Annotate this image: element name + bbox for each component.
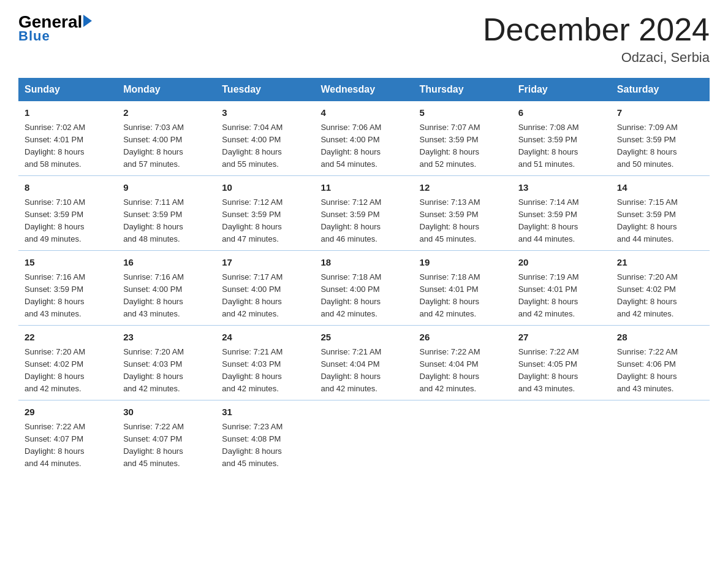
day-number: 7 — [617, 106, 703, 120]
day-number: 4 — [320, 106, 407, 120]
table-row: 4Sunrise: 7:06 AM Sunset: 4:00 PM Daylig… — [314, 101, 413, 176]
table-row: 6Sunrise: 7:08 AM Sunset: 3:59 PM Daylig… — [512, 101, 611, 176]
table-row: 30Sunrise: 7:22 AM Sunset: 4:07 PM Dayli… — [117, 400, 216, 475]
day-info: Sunrise: 7:22 AM Sunset: 4:05 PM Dayligh… — [518, 346, 605, 396]
day-info: Sunrise: 7:20 AM Sunset: 4:02 PM Dayligh… — [25, 346, 111, 396]
day-info: Sunrise: 7:19 AM Sunset: 4:01 PM Dayligh… — [518, 271, 605, 321]
table-row — [314, 400, 413, 475]
table-row: 9Sunrise: 7:11 AM Sunset: 3:59 PM Daylig… — [117, 176, 216, 251]
day-info: Sunrise: 7:15 AM Sunset: 3:59 PM Dayligh… — [617, 196, 703, 246]
title-section: December 2024 Odzaci, Serbia — [483, 12, 710, 66]
header-row: Sunday Monday Tuesday Wednesday Thursday… — [18, 78, 710, 101]
table-row: 28Sunrise: 7:22 AM Sunset: 4:06 PM Dayli… — [611, 326, 710, 400]
table-row: 20Sunrise: 7:19 AM Sunset: 4:01 PM Dayli… — [512, 251, 611, 326]
day-number: 31 — [222, 405, 308, 419]
table-row: 2Sunrise: 7:03 AM Sunset: 4:00 PM Daylig… — [117, 101, 216, 176]
logo-blue-text: Blue — [18, 28, 50, 44]
table-row: 26Sunrise: 7:22 AM Sunset: 4:04 PM Dayli… — [414, 326, 512, 400]
logo-arrow-icon — [83, 15, 92, 27]
calendar-row: 8Sunrise: 7:10 AM Sunset: 3:59 PM Daylig… — [18, 176, 710, 251]
table-row: 13Sunrise: 7:14 AM Sunset: 3:59 PM Dayli… — [512, 176, 611, 251]
day-number: 28 — [617, 331, 703, 345]
day-info: Sunrise: 7:17 AM Sunset: 4:00 PM Dayligh… — [222, 271, 308, 321]
table-row: 12Sunrise: 7:13 AM Sunset: 3:59 PM Dayli… — [414, 176, 512, 251]
calendar-row: 15Sunrise: 7:16 AM Sunset: 3:59 PM Dayli… — [18, 251, 710, 326]
day-info: Sunrise: 7:22 AM Sunset: 4:07 PM Dayligh… — [123, 421, 210, 470]
table-row — [414, 400, 512, 475]
table-row: 10Sunrise: 7:12 AM Sunset: 3:59 PM Dayli… — [216, 176, 314, 251]
table-row: 15Sunrise: 7:16 AM Sunset: 3:59 PM Dayli… — [18, 251, 117, 326]
table-row — [512, 400, 611, 475]
day-info: Sunrise: 7:16 AM Sunset: 3:59 PM Dayligh… — [25, 271, 111, 321]
location-subtitle: Odzaci, Serbia — [483, 50, 710, 66]
day-number: 15 — [25, 256, 111, 270]
day-number: 30 — [123, 405, 210, 419]
table-row: 19Sunrise: 7:18 AM Sunset: 4:01 PM Dayli… — [414, 251, 512, 326]
day-number: 20 — [518, 256, 605, 270]
table-row: 3Sunrise: 7:04 AM Sunset: 4:00 PM Daylig… — [216, 101, 314, 176]
day-number: 12 — [420, 181, 506, 195]
day-number: 2 — [123, 106, 210, 120]
day-info: Sunrise: 7:08 AM Sunset: 3:59 PM Dayligh… — [518, 121, 605, 171]
day-number: 1 — [25, 106, 111, 120]
day-number: 22 — [25, 331, 111, 345]
day-info: Sunrise: 7:18 AM Sunset: 4:01 PM Dayligh… — [420, 271, 506, 321]
header-friday: Friday — [512, 78, 611, 101]
day-info: Sunrise: 7:07 AM Sunset: 3:59 PM Dayligh… — [420, 121, 506, 171]
day-number: 23 — [123, 331, 210, 345]
table-row: 7Sunrise: 7:09 AM Sunset: 3:59 PM Daylig… — [611, 101, 710, 176]
table-row: 23Sunrise: 7:20 AM Sunset: 4:03 PM Dayli… — [117, 326, 216, 400]
day-info: Sunrise: 7:20 AM Sunset: 4:03 PM Dayligh… — [123, 346, 210, 396]
logo: General Blue — [18, 12, 92, 44]
table-row: 25Sunrise: 7:21 AM Sunset: 4:04 PM Dayli… — [314, 326, 413, 400]
day-info: Sunrise: 7:10 AM Sunset: 3:59 PM Dayligh… — [25, 196, 111, 246]
table-row: 21Sunrise: 7:20 AM Sunset: 4:02 PM Dayli… — [611, 251, 710, 326]
table-row — [611, 400, 710, 475]
header-tuesday: Tuesday — [216, 78, 314, 101]
day-number: 29 — [25, 405, 111, 419]
day-info: Sunrise: 7:22 AM Sunset: 4:06 PM Dayligh… — [617, 346, 703, 396]
table-row: 27Sunrise: 7:22 AM Sunset: 4:05 PM Dayli… — [512, 326, 611, 400]
header-thursday: Thursday — [414, 78, 512, 101]
day-info: Sunrise: 7:21 AM Sunset: 4:04 PM Dayligh… — [320, 346, 407, 396]
day-number: 24 — [222, 331, 308, 345]
day-info: Sunrise: 7:02 AM Sunset: 4:01 PM Dayligh… — [25, 121, 111, 171]
header-saturday: Saturday — [611, 78, 710, 101]
day-info: Sunrise: 7:04 AM Sunset: 4:00 PM Dayligh… — [222, 121, 308, 171]
day-info: Sunrise: 7:13 AM Sunset: 3:59 PM Dayligh… — [420, 196, 506, 246]
day-number: 13 — [518, 181, 605, 195]
day-number: 8 — [25, 181, 111, 195]
day-info: Sunrise: 7:23 AM Sunset: 4:08 PM Dayligh… — [222, 421, 308, 470]
day-info: Sunrise: 7:12 AM Sunset: 3:59 PM Dayligh… — [320, 196, 407, 246]
day-number: 9 — [123, 181, 210, 195]
day-info: Sunrise: 7:06 AM Sunset: 4:00 PM Dayligh… — [320, 121, 407, 171]
day-info: Sunrise: 7:20 AM Sunset: 4:02 PM Dayligh… — [617, 271, 703, 321]
header-monday: Monday — [117, 78, 216, 101]
day-number: 27 — [518, 331, 605, 345]
day-number: 21 — [617, 256, 703, 270]
day-number: 19 — [420, 256, 506, 270]
day-info: Sunrise: 7:21 AM Sunset: 4:03 PM Dayligh… — [222, 346, 308, 396]
calendar-row: 29Sunrise: 7:22 AM Sunset: 4:07 PM Dayli… — [18, 400, 710, 475]
day-info: Sunrise: 7:11 AM Sunset: 3:59 PM Dayligh… — [123, 196, 210, 246]
table-row: 11Sunrise: 7:12 AM Sunset: 3:59 PM Dayli… — [314, 176, 413, 251]
calendar-title: December 2024 — [483, 12, 710, 47]
day-number: 6 — [518, 106, 605, 120]
day-number: 25 — [320, 331, 407, 345]
day-number: 3 — [222, 106, 308, 120]
day-number: 5 — [420, 106, 506, 120]
table-row: 16Sunrise: 7:16 AM Sunset: 4:00 PM Dayli… — [117, 251, 216, 326]
table-row: 31Sunrise: 7:23 AM Sunset: 4:08 PM Dayli… — [216, 400, 314, 475]
table-row: 24Sunrise: 7:21 AM Sunset: 4:03 PM Dayli… — [216, 326, 314, 400]
day-number: 17 — [222, 256, 308, 270]
day-info: Sunrise: 7:22 AM Sunset: 4:07 PM Dayligh… — [25, 421, 111, 470]
calendar-row: 22Sunrise: 7:20 AM Sunset: 4:02 PM Dayli… — [18, 326, 710, 400]
day-number: 16 — [123, 256, 210, 270]
day-info: Sunrise: 7:18 AM Sunset: 4:00 PM Dayligh… — [320, 271, 407, 321]
table-row: 22Sunrise: 7:20 AM Sunset: 4:02 PM Dayli… — [18, 326, 117, 400]
day-info: Sunrise: 7:12 AM Sunset: 3:59 PM Dayligh… — [222, 196, 308, 246]
day-number: 11 — [320, 181, 407, 195]
calendar-row: 1Sunrise: 7:02 AM Sunset: 4:01 PM Daylig… — [18, 101, 710, 176]
table-row: 8Sunrise: 7:10 AM Sunset: 3:59 PM Daylig… — [18, 176, 117, 251]
table-row: 17Sunrise: 7:17 AM Sunset: 4:00 PM Dayli… — [216, 251, 314, 326]
